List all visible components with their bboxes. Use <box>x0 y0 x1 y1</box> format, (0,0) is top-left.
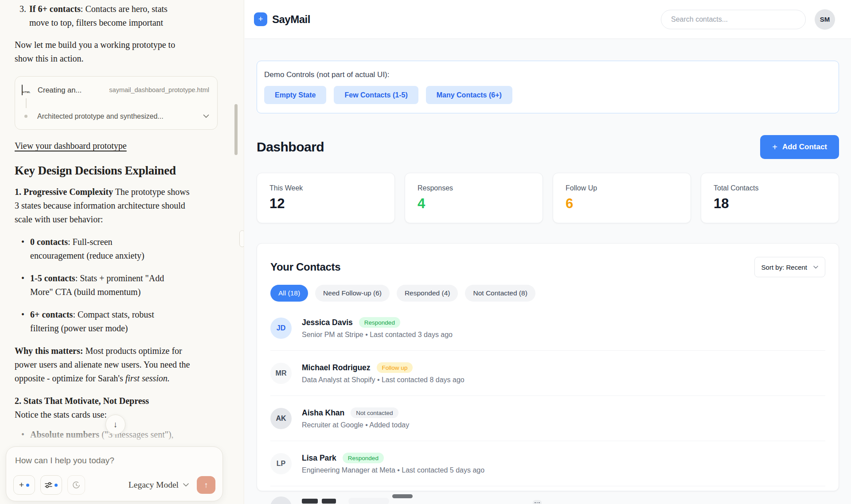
step-connector-line <box>26 98 27 108</box>
dashboard-title-row: Dashboard + Add Contact <box>257 135 839 159</box>
brand-title: SayMail <box>272 13 310 26</box>
avatar: AK <box>270 408 292 429</box>
demo-controls-card: Demo Controls (not part of actual UI): E… <box>257 61 839 113</box>
chevron-down-icon <box>813 266 818 269</box>
contact-row-michael-rodriguez[interactable]: MR Michael Rodriguez Follow up Data Anal… <box>270 350 825 395</box>
clipped-status-badge <box>348 498 389 504</box>
dashboard-prototype-link[interactable]: View your dashboard prototype <box>15 139 127 153</box>
chat-paragraph-intro: Now let me build you a working prototype… <box>15 38 192 66</box>
artifact-substep-row: Architected prototype and synthesized... <box>22 109 209 123</box>
send-button[interactable]: ↑ <box>197 476 215 494</box>
stat-value: 6 <box>566 196 678 212</box>
panel-resize-handle[interactable] <box>239 230 244 247</box>
avatar: LP <box>270 453 292 474</box>
notification-dot <box>26 484 29 487</box>
chevron-down-icon <box>203 114 209 118</box>
history-button[interactable] <box>67 475 85 495</box>
stat-card-responses: Responses 4 <box>405 173 543 223</box>
sliders-icon <box>45 482 52 488</box>
chat-panel: 3. If 6+ contacts: Contacts are hero, st… <box>0 0 244 504</box>
scroll-to-bottom-button[interactable]: ↓ <box>105 415 125 434</box>
search-input[interactable] <box>661 10 806 29</box>
filter-all[interactable]: All (18) <box>270 285 308 302</box>
filter-not-contacted[interactable]: Not Contacted (8) <box>465 285 535 302</box>
composer-input[interactable]: How can I help you today? <box>15 456 215 465</box>
filter-chips-row: All (18) Need Follow-up (6) Responded (4… <box>270 285 825 302</box>
contact-name: Michael Rodriguez <box>302 363 371 372</box>
clipped-contact-name <box>302 499 336 504</box>
saymail-app-panel: + SayMail SM Demo Controls (not part of … <box>245 0 851 504</box>
saymail-logo-icon: + <box>254 12 267 26</box>
user-avatar[interactable]: SM <box>815 9 835 30</box>
list-number: 3. <box>20 2 29 30</box>
page-title: Dashboard <box>257 140 324 155</box>
contact-meta: Data Analyst at Shopify • Last contacted… <box>302 376 465 384</box>
chat-paragraph-1: 1. Progressive Complexity The prototype … <box>15 185 192 226</box>
status-badge: Responded <box>359 317 400 328</box>
plus-icon: + <box>772 142 777 152</box>
composer-toolbar: + Legacy Model <box>13 475 215 495</box>
tools-button[interactable] <box>40 475 62 495</box>
contact-list: JD Jessica Davis Responded Senior PM at … <box>270 306 825 504</box>
status-badge: Responded <box>343 453 384 463</box>
stat-card-total-contacts: Total Contacts 18 <box>701 173 839 223</box>
stat-value: 12 <box>269 196 382 212</box>
contact-row-partial[interactable] <box>270 486 825 504</box>
contact-name: Aisha Khan <box>302 408 344 418</box>
contact-row-lisa-park[interactable]: LP Lisa Park Responded Engineering Manag… <box>270 441 825 486</box>
demo-buttons-row: Empty State Few Contacts (1-5) Many Cont… <box>264 86 831 104</box>
step-dot <box>24 115 27 118</box>
drag-handle-pill[interactable] <box>392 494 413 498</box>
artifact-substep: Architected prototype and synthesized... <box>37 109 164 123</box>
demo-controls-label: Demo Controls (not part of actual UI): <box>264 70 831 79</box>
model-selector[interactable]: Legacy Model <box>129 480 189 490</box>
chat-content: 3. If 6+ contacts: Contacts are hero, st… <box>0 0 208 450</box>
contact-meta: Senior PM at Stripe • Last contacted 3 d… <box>302 331 453 339</box>
contact-meta: Recruiter at Google • Added today <box>302 421 409 429</box>
bullet-item: 0 contacts: Full-screen encouragement (r… <box>15 235 168 263</box>
stat-card-this-week: This Week 12 <box>257 173 395 223</box>
demo-empty-state-button[interactable]: Empty State <box>264 86 326 104</box>
artifact-card[interactable]: HTML Creating an... saymail_dashboard_pr… <box>15 76 218 130</box>
chat-scrollbar-thumb[interactable] <box>234 104 238 155</box>
contacts-header: Your Contacts Sort by: Recent <box>270 257 825 277</box>
arrow-down-icon: ↓ <box>113 420 118 430</box>
chevron-down-icon <box>183 483 189 487</box>
filter-need-follow-up[interactable]: Need Follow-up (6) <box>315 285 390 302</box>
artifact-expand-button[interactable] <box>203 114 209 118</box>
bullet-item: 6+ contacts: Compact stats, robust filte… <box>15 308 168 335</box>
contacts-title: Your Contacts <box>270 261 340 273</box>
contact-name: Jessica Davis <box>302 318 353 327</box>
drag-dots-icon[interactable] <box>533 500 542 504</box>
html-file-icon: HTML <box>22 83 31 97</box>
app-content: Demo Controls (not part of actual UI): E… <box>245 39 851 504</box>
avatar <box>270 496 292 504</box>
clock-icon <box>72 481 80 489</box>
attach-button[interactable]: + <box>13 475 35 495</box>
avatar: MR <box>270 363 292 384</box>
status-badge: Follow up <box>377 362 413 373</box>
status-badge: Not contacted <box>351 407 398 418</box>
chat-bullet-list: 0 contacts: Full-screen encouragement (r… <box>15 235 208 335</box>
filter-responded[interactable]: Responded (4) <box>397 285 458 302</box>
contact-row-jessica-davis[interactable]: JD Jessica Davis Responded Senior PM at … <box>270 306 825 350</box>
demo-few-contacts-button[interactable]: Few Contacts (1-5) <box>334 86 418 104</box>
message-composer[interactable]: How can I help you today? + <box>6 446 223 501</box>
contacts-card: Your Contacts Sort by: Recent All (18) N… <box>257 243 839 491</box>
demo-many-contacts-button[interactable]: Many Contacts (6+) <box>426 86 512 104</box>
sort-dropdown[interactable]: Sort by: Recent <box>754 257 825 277</box>
contact-meta: Engineering Manager at Meta • Last conta… <box>302 466 484 474</box>
chat-heading: Key Design Decisions Explained <box>15 163 208 178</box>
chat-paragraph-3: 2. Stats That Motivate, Not DepressNotic… <box>15 394 192 422</box>
contact-row-aisha-khan[interactable]: AK Aisha Khan Not contacted Recruiter at… <box>270 395 825 441</box>
avatar: JD <box>270 318 292 339</box>
notification-dot <box>55 484 58 487</box>
stat-card-follow-up: Follow Up 6 <box>553 173 691 223</box>
stats-row: This Week 12 Responses 4 Follow Up 6 Tot… <box>257 173 839 223</box>
chat-paragraph-2: Why this matters: Most products optimize… <box>15 344 192 385</box>
add-contact-button[interactable]: + Add Contact <box>760 135 839 159</box>
artifact-filename: saymail_dashboard_prototype.html <box>109 83 209 97</box>
artifact-title-row: HTML Creating an... saymail_dashboard_pr… <box>22 83 209 97</box>
list-text: If 6+ contacts: Contacts are hero, stats… <box>29 2 185 30</box>
stat-value: 18 <box>714 196 826 212</box>
